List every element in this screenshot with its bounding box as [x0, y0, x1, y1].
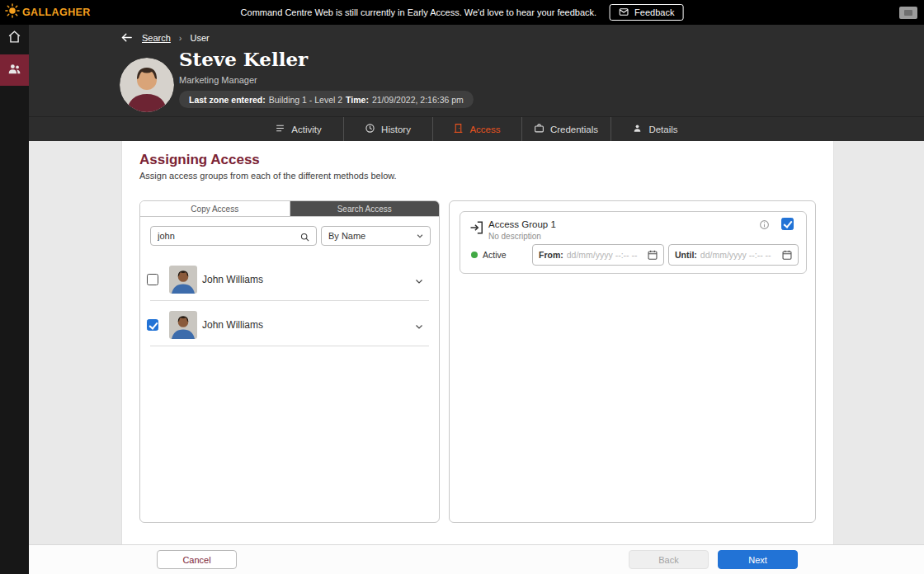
next-button[interactable]: Next [718, 550, 798, 569]
expand-chevron-icon[interactable] [414, 320, 424, 330]
content-panel: Assigning Access Assign access groups fr… [121, 141, 834, 544]
search-result-row: John Williams [140, 304, 439, 346]
profile-header: Search › User Steve Keller Marketing Man… [29, 25, 924, 116]
profile-avatar [120, 58, 174, 112]
section-subheading: Assign access groups from each of the di… [139, 171, 397, 181]
back-arrow-icon[interactable] [120, 31, 134, 45]
door-icon [453, 123, 464, 135]
tab-activity[interactable]: Activity [254, 117, 343, 141]
search-result-row: John Williams [140, 259, 439, 300]
sidebar-item-users[interactable] [0, 54, 29, 86]
sort-by-dropdown[interactable]: By Name [321, 226, 431, 246]
until-date-field: Until: [668, 244, 799, 266]
chevron-down-icon [416, 232, 424, 240]
breadcrumb: Search › User [120, 31, 210, 45]
assigned-groups-card: Access Group 1 No description Active Fro… [449, 200, 816, 523]
home-icon [7, 30, 21, 47]
feedback-label: Feedback [634, 7, 674, 17]
tab-search-access[interactable]: Search Access [290, 201, 440, 216]
until-label: Until: [675, 250, 697, 260]
row-divider [150, 300, 429, 301]
access-group-checkbox[interactable] [781, 218, 794, 230]
access-group-name: Access Group 1 [488, 219, 556, 229]
section-heading: Assigning Access [139, 152, 260, 168]
cardholder-search-field [150, 226, 317, 246]
result-name: John Williams [202, 274, 263, 285]
clock-icon [365, 123, 375, 135]
tab-activity-label: Activity [291, 125, 321, 134]
row-divider [150, 346, 429, 346]
access-group-icon [469, 219, 485, 236]
access-methods-card: Copy Access Search Access By Name John W… [139, 200, 440, 523]
app-window: GALLAGHER Command Centre Web is still cu… [0, 0, 924, 574]
tab-access[interactable]: Access [432, 117, 521, 141]
until-date-input[interactable] [700, 250, 778, 260]
users-icon [7, 62, 21, 79]
result-avatar [169, 266, 197, 294]
footer-action-bar: Cancel Back Next [29, 544, 924, 574]
result-checkbox-checked[interactable] [147, 319, 158, 331]
expand-chevron-icon[interactable] [414, 275, 424, 285]
tab-credentials-label: Credentials [550, 125, 598, 134]
from-date-input[interactable] [567, 250, 644, 260]
status-badge: Active [471, 250, 507, 260]
tab-access-label: Access [469, 125, 500, 134]
access-group-item: Access Group 1 No description Active Fro… [460, 211, 807, 274]
topbar-session-badge[interactable] [899, 7, 917, 19]
tab-details[interactable]: Details [610, 117, 700, 141]
person-icon [632, 123, 643, 135]
sort-by-value: By Name [328, 231, 365, 241]
tab-credentials[interactable]: Credentials [521, 117, 610, 141]
method-tabs: Copy Access Search Access [140, 201, 439, 217]
tab-history-label: History [381, 125, 411, 134]
breadcrumb-chevron-icon: › [179, 33, 182, 43]
section-tab-bar: Activity History Access Credentials Deta… [29, 116, 924, 141]
early-access-message: Command Centre Web is still currently in… [241, 7, 597, 17]
sunburst-icon [5, 3, 20, 21]
result-name: John Williams [202, 319, 263, 331]
early-access-banner: Command Centre Web is still currently in… [241, 0, 684, 25]
last-zone-label: Last zone entered: [189, 95, 266, 105]
search-icon[interactable] [299, 231, 310, 242]
last-zone-value: Building 1 - Level 2 [269, 95, 342, 105]
tab-copy-access[interactable]: Copy Access [140, 201, 290, 216]
back-button[interactable]: Back [629, 550, 709, 569]
logo-wordmark: GALLAGHER [22, 7, 91, 18]
feedback-button[interactable]: Feedback [609, 4, 683, 21]
list-icon [275, 123, 285, 135]
status-label: Active [483, 250, 507, 260]
sidebar [0, 25, 29, 574]
breadcrumb-current: User [191, 33, 210, 43]
top-banner: GALLAGHER Command Centre Web is still cu… [0, 0, 924, 25]
time-label: Time: [346, 95, 369, 105]
breadcrumb-search-link[interactable]: Search [142, 33, 171, 43]
tab-details-label: Details [648, 125, 677, 134]
briefcase-icon [534, 123, 544, 135]
access-group-description: No description [488, 232, 541, 241]
sidebar-item-home[interactable] [0, 25, 29, 51]
gallagher-logo[interactable]: GALLAGHER [5, 0, 91, 25]
envelope-icon [618, 7, 629, 19]
from-date-field: From: [532, 244, 664, 266]
user-role: Marketing Manager [179, 75, 257, 85]
from-label: From: [539, 250, 563, 260]
time-value: 21/09/2022, 2:16:36 pm [372, 95, 464, 105]
last-zone-badge: Last zone entered: Building 1 - Level 2 … [179, 91, 474, 108]
result-avatar [169, 311, 197, 339]
result-checkbox-unchecked[interactable] [147, 274, 158, 285]
search-input[interactable] [151, 231, 296, 241]
active-dot-icon [471, 252, 478, 258]
tab-history[interactable]: History [343, 117, 432, 141]
info-icon[interactable] [759, 219, 770, 229]
cancel-button[interactable]: Cancel [157, 550, 237, 569]
page-title-user-name: Steve Keller [179, 48, 308, 70]
calendar-icon[interactable] [781, 249, 793, 261]
calendar-icon[interactable] [647, 249, 658, 261]
